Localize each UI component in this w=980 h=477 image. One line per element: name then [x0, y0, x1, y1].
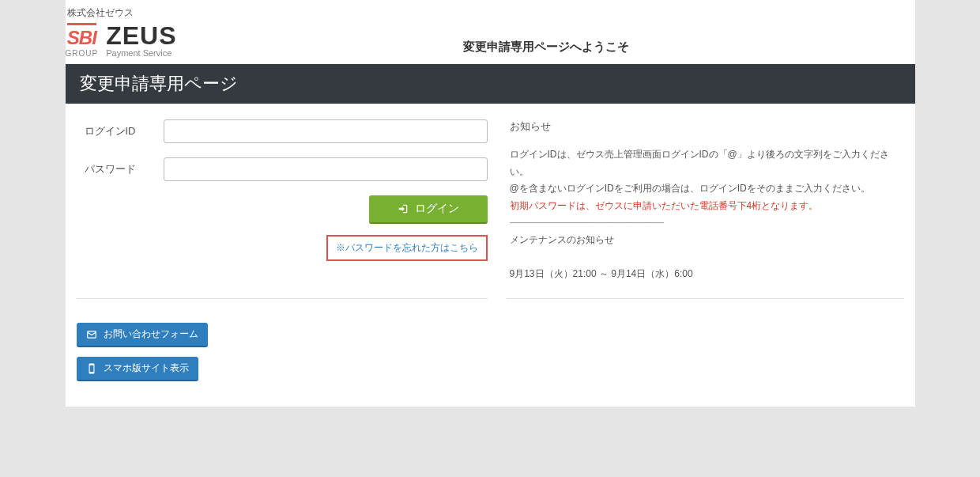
notice-line: メンテナンスのお知らせ	[510, 232, 899, 249]
logo-block: SBI GROUP ZEUS Payment Service	[66, 23, 177, 58]
welcome-text: 変更申請専用ページへようこそ	[177, 40, 915, 58]
notice-line: ログインIDは、ゼウス売上管理画面ログインIDの「@」より後ろの文字列をご入力く…	[510, 146, 899, 180]
password-label: パスワード	[77, 162, 164, 176]
phone-icon	[86, 363, 97, 374]
company-name: 株式会社ゼウス	[66, 0, 915, 23]
page-wrapper: 株式会社ゼウス SBI GROUP ZEUS Payment Service 変…	[66, 0, 915, 407]
logo-zeus-sub: Payment Service	[106, 48, 176, 58]
forgot-password-link[interactable]: ※パスワードを忘れた方はこちら	[326, 235, 488, 261]
logo-zeus-main: ZEUS	[106, 23, 176, 48]
content-area: ログインID パスワード ログイン ※パスワードを忘れた方はこちら お知らせ ロ…	[66, 104, 915, 299]
contact-form-label: お問い合わせフォーム	[104, 327, 198, 341]
logo-sbi-main: SBI	[67, 23, 96, 49]
logo-zeus: ZEUS Payment Service	[106, 23, 176, 58]
sp-site-button[interactable]: スマホ版サイト表示	[77, 357, 198, 381]
login-id-label: ログインID	[77, 124, 164, 138]
title-bar: 変更申請専用ページ	[66, 64, 915, 104]
signin-icon	[398, 203, 409, 214]
password-input[interactable]	[164, 157, 488, 181]
notice-panel: お知らせ ログインIDは、ゼウス売上管理画面ログインIDの「@」より後ろの文字列…	[507, 119, 904, 299]
notice-title: お知らせ	[507, 119, 904, 134]
notice-line-highlight: 初期パスワードは、ゼウスに申請いただいた電話番号下4桁となります。	[510, 198, 899, 215]
notice-line: 9月13日（火）21:00 ～ 9月14日（水）6:00	[510, 266, 899, 283]
logo-sbi: SBI GROUP	[66, 23, 99, 58]
login-id-input[interactable]	[164, 119, 488, 143]
mail-icon	[86, 329, 97, 340]
header-row: SBI GROUP ZEUS Payment Service 変更申請専用ページ…	[66, 23, 915, 64]
contact-form-button[interactable]: お問い合わせフォーム	[77, 323, 208, 347]
login-button[interactable]: ログイン	[369, 195, 488, 224]
form-row-id: ログインID	[77, 119, 488, 143]
logo-sbi-sub: GROUP	[66, 49, 99, 58]
form-row-pw: パスワード	[77, 157, 488, 181]
login-panel: ログインID パスワード ログイン ※パスワードを忘れた方はこちら	[77, 119, 488, 299]
forgot-row: ※パスワードを忘れた方はこちら	[77, 235, 488, 261]
login-btn-row: ログイン	[77, 195, 488, 224]
sp-site-label: スマホ版サイト表示	[104, 362, 189, 375]
login-button-label: ログイン	[415, 202, 459, 216]
notice-divider: ----------------------------------------…	[510, 214, 899, 232]
notice-body[interactable]: ログインIDは、ゼウス売上管理画面ログインIDの「@」より後ろの文字列をご入力く…	[507, 146, 904, 289]
bottom-buttons: お問い合わせフォーム スマホ版サイト表示	[66, 299, 915, 391]
notice-line: @を含まないログインIDをご利用の場合は、ログインIDをそのままご入力ください。	[510, 180, 899, 198]
